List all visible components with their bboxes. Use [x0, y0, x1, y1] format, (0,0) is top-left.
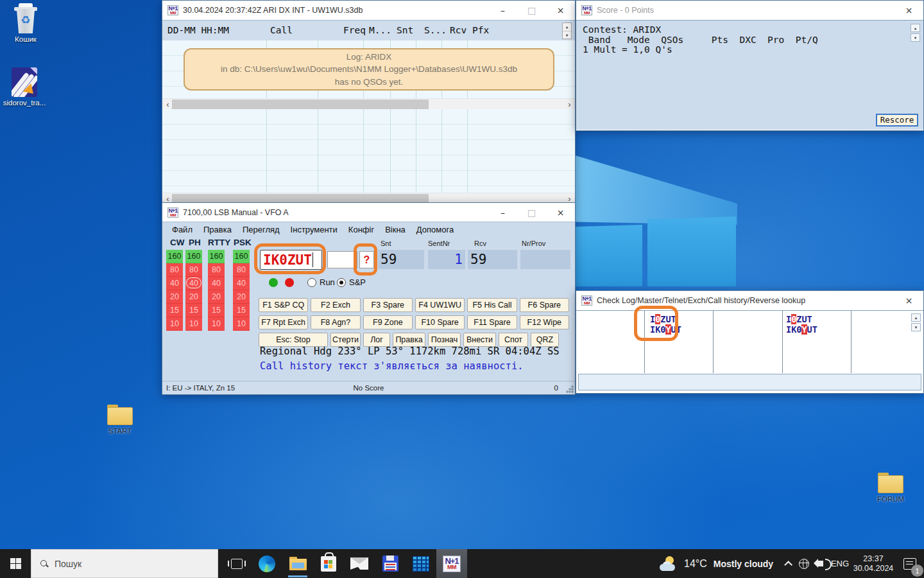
- desktop-icon-recycle-bin[interactable]: ♻ Кошик: [5, 5, 46, 43]
- nrprov-field[interactable]: [520, 250, 570, 269]
- rcv-field[interactable]: 59: [468, 250, 517, 269]
- taskbar-n1mm-active[interactable]: N+1MM: [436, 549, 467, 578]
- rescore-button[interactable]: Rescore: [876, 114, 918, 127]
- close-icon[interactable]: ×: [894, 1, 923, 20]
- check-callsign[interactable]: IK0YUT: [650, 324, 681, 335]
- fkey-f2[interactable]: F2 Exch: [311, 298, 360, 312]
- check-callsign[interactable]: IK0YUT: [786, 324, 817, 335]
- taskbar-weather[interactable]: 14°C Mostly cloudy: [660, 549, 782, 578]
- run-radio[interactable]: [307, 278, 316, 287]
- scroll-up-icon[interactable]: ▲: [911, 24, 920, 32]
- wipe-button[interactable]: Стерти: [330, 333, 361, 347]
- band-button[interactable]: 10: [166, 317, 183, 331]
- score-scrollbar[interactable]: ▲ ▼: [911, 24, 920, 42]
- sp-radio-selected[interactable]: [337, 278, 346, 287]
- check-callsign[interactable]: I0ZUT: [786, 314, 817, 324]
- action-center-button[interactable]: 1: [896, 549, 924, 578]
- band-button[interactable]: 20: [166, 290, 183, 304]
- taskbar-edge[interactable]: [252, 549, 282, 578]
- fkey-f7[interactable]: F7 Rpt Exch: [259, 315, 308, 329]
- language-indicator[interactable]: ENG: [829, 549, 851, 578]
- band-button[interactable]: 80: [185, 263, 202, 277]
- fkey-f10[interactable]: F10 Spare: [415, 315, 465, 329]
- band-button[interactable]: 160: [166, 250, 183, 263]
- column-header[interactable]: Rcv: [450, 25, 466, 35]
- band-button[interactable]: 80: [166, 263, 183, 277]
- band-button[interactable]: 40: [166, 277, 183, 290]
- desktop-icon-forum-folder[interactable]: FORUM: [870, 473, 911, 503]
- fkey-f4[interactable]: F4 UW1WU: [415, 298, 465, 312]
- spin-up-icon[interactable]: ▲: [563, 23, 571, 31]
- score-window-titlebar[interactable]: N+1MM Score - 0 Points ×: [576, 1, 923, 20]
- fkey-f9[interactable]: F9 Zone: [363, 315, 413, 329]
- esc-stop-button[interactable]: Esc: Stop: [259, 333, 328, 347]
- edit-button[interactable]: Правка: [393, 333, 425, 347]
- column-header[interactable]: Freq: [343, 25, 366, 35]
- band-button[interactable]: 15: [166, 304, 183, 317]
- column-header[interactable]: DD-MM HH:MM: [167, 25, 229, 35]
- minimize-icon[interactable]: –: [488, 203, 517, 222]
- band-button[interactable]: 160: [185, 250, 202, 263]
- menu-windows[interactable]: Вікна: [385, 225, 406, 234]
- close-icon[interactable]: ×: [546, 1, 575, 20]
- band-button[interactable]: 160: [233, 250, 250, 263]
- mark-button[interactable]: Познач: [428, 333, 461, 347]
- band-button[interactable]: 10: [208, 317, 225, 331]
- taskbar-store[interactable]: [313, 549, 344, 578]
- fkey-f11[interactable]: F11 Spare: [467, 315, 517, 329]
- taskbar-disk-app[interactable]: [375, 549, 406, 578]
- volume-button[interactable]: [812, 549, 829, 578]
- band-button[interactable]: 20: [185, 290, 202, 304]
- band-button[interactable]: 160: [208, 250, 225, 263]
- band-button[interactable]: 20: [233, 290, 250, 304]
- menu-file[interactable]: Файл: [172, 225, 193, 234]
- menu-config[interactable]: Конфіг: [348, 225, 374, 234]
- column-header[interactable]: M...: [369, 25, 391, 35]
- run-radio-label[interactable]: Run: [320, 277, 335, 287]
- qrz-button[interactable]: QRZ: [531, 333, 559, 347]
- band-button[interactable]: 80: [208, 263, 225, 277]
- band-button[interactable]: 80: [233, 263, 250, 277]
- fkey-f5[interactable]: F5 His Call: [467, 298, 517, 312]
- column-header[interactable]: Snt: [397, 25, 413, 35]
- check-callsign[interactable]: I0ZUT: [650, 314, 681, 324]
- check-scrollbar[interactable]: ▲ ▼: [911, 313, 921, 331]
- scrollbar-thumb[interactable]: [172, 100, 429, 109]
- column-header[interactable]: Call: [270, 25, 293, 35]
- check-window-titlebar[interactable]: N+1MM Check Log/Master/Telnet/Exch/Call …: [576, 291, 923, 310]
- band-button[interactable]: 15: [233, 304, 250, 317]
- log-button[interactable]: Лог: [363, 333, 390, 347]
- band-button[interactable]: 15: [185, 304, 202, 317]
- menu-help[interactable]: Допомога: [416, 225, 454, 234]
- log-window-titlebar[interactable]: N+1MM 30.04.2024 20:37:42Z ARI DX INT - …: [162, 1, 575, 20]
- spot-button[interactable]: Спот: [499, 333, 528, 347]
- horizontal-scrollbar[interactable]: ‹ ›: [162, 98, 575, 109]
- desktop-icon-start-folder[interactable]: START: [99, 405, 141, 435]
- column-header[interactable]: S...: [424, 25, 447, 35]
- fkey-f12[interactable]: F12 Wipe: [520, 315, 569, 329]
- resize-grip[interactable]: [566, 385, 574, 393]
- sp-radio-label[interactable]: S&P: [349, 277, 366, 287]
- snt-field[interactable]: 59: [378, 250, 424, 269]
- band-button[interactable]: 10: [185, 317, 202, 331]
- taskbar-search[interactable]: Пошук: [31, 549, 218, 578]
- maximize-icon[interactable]: □: [517, 203, 546, 222]
- scroll-right-icon[interactable]: ›: [564, 99, 575, 110]
- scroll-down-icon[interactable]: ▼: [911, 323, 921, 331]
- scroll-up-icon[interactable]: ▲: [911, 313, 921, 322]
- start-button[interactable]: [0, 549, 31, 578]
- network-button[interactable]: [796, 549, 812, 578]
- desktop-icon-document[interactable]: sidorov_tra...: [4, 67, 45, 107]
- callsign-input[interactable]: IK0ZUT: [260, 250, 322, 270]
- fkey-f6[interactable]: F6 Spare: [520, 298, 569, 312]
- scroll-down-icon[interactable]: ▼: [911, 33, 920, 42]
- band-button-selected[interactable]: 40: [185, 277, 202, 290]
- band-button[interactable]: 40: [208, 277, 225, 290]
- band-button[interactable]: 10: [233, 317, 250, 331]
- taskbar-mail[interactable]: [344, 549, 375, 578]
- fkey-f1[interactable]: F1 S&P CQ: [259, 298, 308, 312]
- help-button[interactable]: ?: [359, 251, 374, 268]
- fkey-f3[interactable]: F3 Spare: [363, 298, 413, 312]
- taskbar-archive-app[interactable]: [406, 549, 436, 578]
- header-spinner[interactable]: ▲ ▼: [562, 22, 572, 39]
